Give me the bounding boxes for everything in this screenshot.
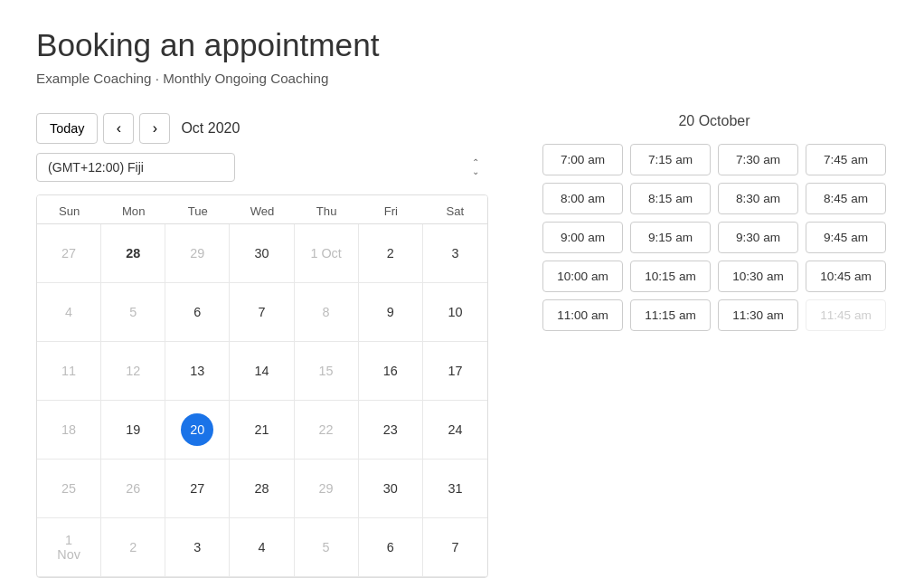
month-label: Oct 2020	[181, 120, 240, 137]
time-slot-button[interactable]: 9:45 am	[806, 222, 886, 253]
calendar-grid: Sun Mon Tue Wed Thu Fri Sat 272829301 Oc…	[36, 194, 488, 578]
calendar-day[interactable]: 30	[359, 460, 423, 518]
calendar-day[interactable]: 23	[359, 401, 423, 460]
time-slot-button[interactable]: 8:15 am	[630, 183, 711, 214]
calendar-day[interactable]: 6	[359, 518, 423, 577]
calendar-day: 12	[101, 342, 165, 401]
calendar-day: 8	[295, 283, 359, 342]
times-section: 20 October 7:00 am7:15 am7:30 am7:45 am8…	[542, 113, 886, 331]
calendar-day[interactable]: 28	[230, 460, 294, 518]
time-slot-button[interactable]: 11:00 am	[542, 299, 623, 331]
calendar-day: 11	[37, 342, 101, 401]
calendar-day[interactable]: 4	[230, 518, 294, 577]
time-slot-button[interactable]: 9:30 am	[718, 222, 798, 253]
weekday-tue: Tue	[165, 195, 230, 224]
time-slot-button[interactable]: 7:45 am	[806, 144, 886, 175]
time-slot-button[interactable]: 7:15 am	[630, 144, 711, 175]
calendar-day[interactable]: 28	[101, 224, 165, 283]
time-slot-button[interactable]: 10:15 am	[630, 261, 711, 292]
calendar-body: 272829301 Oct234567891011121314151617181…	[37, 224, 487, 577]
calendar-day: 29	[295, 460, 359, 518]
time-slot-button[interactable]: 7:00 am	[542, 144, 623, 175]
calendar-day: 2	[101, 518, 165, 577]
time-slot-button[interactable]: 9:15 am	[630, 222, 711, 253]
time-slot-button[interactable]: 8:45 am	[806, 183, 886, 214]
calendar-day[interactable]: 27	[165, 460, 230, 518]
calendar-day[interactable]: 19	[101, 401, 165, 460]
time-slot-button[interactable]: 10:30 am	[718, 261, 798, 292]
calendar-day[interactable]: 6	[165, 283, 230, 342]
calendar-day[interactable]: 16	[359, 342, 423, 401]
calendar-day: 15	[295, 342, 359, 401]
weekday-thu: Thu	[295, 195, 359, 224]
calendar-day[interactable]: 21	[230, 401, 294, 460]
page-title: Booking an appointment	[36, 27, 888, 63]
time-slot-button[interactable]: 10:45 am	[806, 261, 886, 292]
calendar-day[interactable]: 3	[423, 224, 487, 283]
calendar-day[interactable]: 2	[359, 224, 423, 283]
calendar-day: 1 Nov	[37, 518, 101, 577]
next-month-button[interactable]: ›	[139, 113, 170, 144]
calendar-day: 5	[101, 283, 165, 342]
prev-month-button[interactable]: ‹	[103, 113, 134, 144]
time-slot-button[interactable]: 11:30 am	[718, 299, 798, 331]
calendar-day: 18	[37, 401, 101, 460]
weekday-sat: Sat	[423, 195, 487, 224]
calendar-day[interactable]: 3	[165, 518, 230, 577]
calendar-day[interactable]: 17	[423, 342, 487, 401]
weekday-fri: Fri	[359, 195, 423, 224]
time-slots-grid: 7:00 am7:15 am7:30 am7:45 am8:00 am8:15 …	[542, 144, 886, 331]
page-subtitle: Example Coaching · Monthly Ongoing Coach…	[36, 71, 888, 86]
calendar-day: 22	[295, 401, 359, 460]
timezone-select[interactable]: (GMT+12:00) Fiji (GMT+00:00) UTC (GMT-05…	[36, 153, 235, 182]
calendar-day[interactable]: 9	[359, 283, 423, 342]
calendar-day: 25	[37, 460, 101, 518]
timezone-selector[interactable]: (GMT+12:00) Fiji (GMT+00:00) UTC (GMT-05…	[36, 153, 488, 182]
calendar-section: Today ‹ › Oct 2020 (GMT+12:00) Fiji (GMT…	[36, 113, 488, 578]
time-slot-button[interactable]: 9:00 am	[542, 222, 623, 253]
calendar-day[interactable]: 24	[423, 401, 487, 460]
calendar-header: Sun Mon Tue Wed Thu Fri Sat	[37, 195, 487, 224]
calendar-day[interactable]: 10	[423, 283, 487, 342]
calendar-day: 4	[37, 283, 101, 342]
weekday-wed: Wed	[230, 195, 294, 224]
time-slot-button[interactable]: 8:30 am	[718, 183, 798, 214]
time-slot-button[interactable]: 10:00 am	[542, 261, 623, 292]
calendar-day[interactable]: 31	[423, 460, 487, 518]
calendar-nav: Today ‹ › Oct 2020	[36, 113, 488, 144]
time-slot-button[interactable]: 8:00 am	[542, 183, 623, 214]
calendar-day[interactable]: 7	[230, 283, 294, 342]
calendar-day: 26	[101, 460, 165, 518]
calendar-day[interactable]: 20	[165, 401, 230, 460]
calendar-day[interactable]: 30	[230, 224, 294, 283]
today-button[interactable]: Today	[36, 113, 98, 144]
calendar-day[interactable]: 13	[165, 342, 230, 401]
weekday-mon: Mon	[101, 195, 165, 224]
time-slot-button: 11:45 am	[806, 299, 886, 331]
calendar-day[interactable]: 14	[230, 342, 294, 401]
calendar-day[interactable]: 7	[423, 518, 487, 577]
time-slot-button[interactable]: 7:30 am	[718, 144, 798, 175]
calendar-day: 29	[165, 224, 230, 283]
calendar-day: 5	[295, 518, 359, 577]
selected-date-label: 20 October	[542, 113, 886, 129]
time-slot-button[interactable]: 11:15 am	[630, 299, 711, 331]
calendar-day: 27	[37, 224, 101, 283]
weekday-sun: Sun	[37, 195, 101, 224]
calendar-day: 1 Oct	[295, 224, 359, 283]
